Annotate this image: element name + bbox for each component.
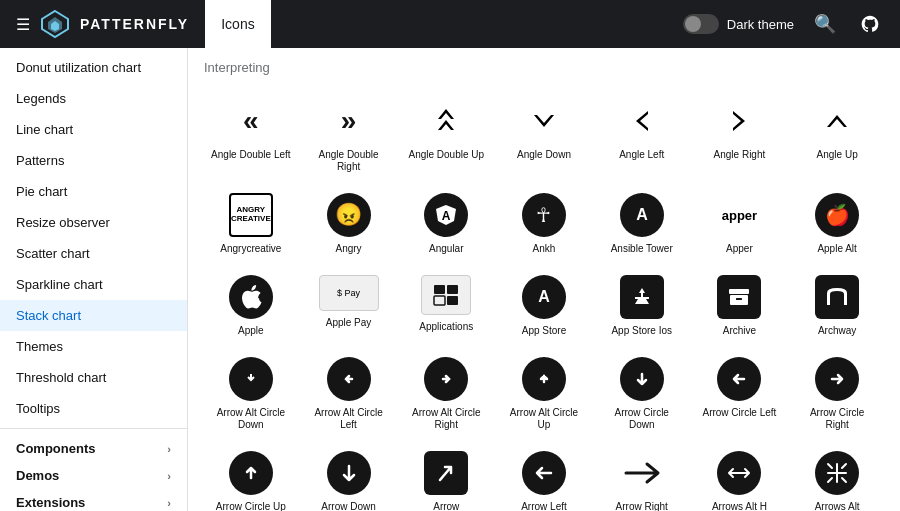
icon-angle-double-left[interactable]: « Angle Double Left bbox=[204, 91, 298, 181]
icon-apple[interactable]: Apple bbox=[204, 267, 298, 345]
chevron-right-icon: › bbox=[167, 470, 171, 482]
icon-archway[interactable]: Archway bbox=[790, 267, 884, 345]
icon-angle-left[interactable]: Angle Left bbox=[595, 91, 689, 181]
icon-arrow-alt-circle-left[interactable]: Arrow Alt Circle Left bbox=[302, 349, 396, 439]
icon-arrow-alt-circle-right[interactable]: Arrow Alt Circle Right bbox=[399, 349, 493, 439]
icon-apple-alt[interactable]: 🍎 Apple Alt bbox=[790, 185, 884, 263]
icon-ankh[interactable]: ☥ Ankh bbox=[497, 185, 591, 263]
sidebar-item-resize[interactable]: Resize observer bbox=[0, 207, 187, 238]
svg-text:A: A bbox=[538, 288, 550, 305]
toggle-track[interactable] bbox=[683, 14, 719, 34]
icon-arrow[interactable]: Arrow bbox=[399, 443, 493, 511]
icon-arrow-alt-circle-down[interactable]: Arrow Alt Circle Down bbox=[204, 349, 298, 439]
sidebar-item-scatter[interactable]: Scatter chart bbox=[0, 238, 187, 269]
sidebar: Donut utilization chart Legends Line cha… bbox=[0, 48, 188, 511]
sidebar-item-patterns[interactable]: Patterns bbox=[0, 145, 187, 176]
icon-arrow-down[interactable]: Arrow Down bbox=[302, 443, 396, 511]
icon-angular[interactable]: A Angular bbox=[399, 185, 493, 263]
sidebar-item-themes[interactable]: Themes bbox=[0, 331, 187, 362]
toggle-thumb bbox=[685, 16, 701, 32]
icon-angrycreative[interactable]: ANGRYCREATIVE Angrycreative bbox=[204, 185, 298, 263]
svg-rect-11 bbox=[729, 289, 749, 294]
icon-arrow-circle-right[interactable]: Arrow Circle Right bbox=[790, 349, 884, 439]
icon-arrow-alt-circle-up[interactable]: Arrow Alt Circle Up bbox=[497, 349, 591, 439]
dark-theme-toggle[interactable]: Dark theme bbox=[683, 14, 794, 34]
icon-angle-up[interactable]: Angle Up bbox=[790, 91, 884, 181]
sidebar-item-donut[interactable]: Donut utilization chart bbox=[0, 52, 187, 83]
icon-angry[interactable]: 😠 Angry bbox=[302, 185, 396, 263]
icon-arrow-left[interactable]: Arrow Left bbox=[497, 443, 591, 511]
sidebar-item-stack[interactable]: Stack chart bbox=[0, 300, 187, 331]
icon-arrows-alt-h[interactable]: Arrows Alt H bbox=[693, 443, 787, 511]
icon-apper[interactable]: apper Apper bbox=[693, 185, 787, 263]
header: ☰ PATTERNFLY Icons Dark theme 🔍 bbox=[0, 0, 900, 48]
icon-arrows-alt[interactable]: Arrows Alt bbox=[790, 443, 884, 511]
svg-rect-9 bbox=[447, 296, 458, 305]
sidebar-item-tooltips[interactable]: Tooltips bbox=[0, 393, 187, 424]
svg-rect-7 bbox=[447, 285, 458, 294]
icon-ansible-tower[interactable]: A Ansible Tower bbox=[595, 185, 689, 263]
sidebar-item-sparkline[interactable]: Sparkline chart bbox=[0, 269, 187, 300]
chevron-right-icon: › bbox=[167, 497, 171, 509]
icons-tab[interactable]: Icons bbox=[205, 0, 270, 48]
sidebar-item-line[interactable]: Line chart bbox=[0, 114, 187, 145]
icon-arrow-right[interactable]: Arrow Right bbox=[595, 443, 689, 511]
patternfly-logo-icon bbox=[40, 9, 70, 39]
content-subtitle: Interpreting bbox=[204, 60, 884, 75]
icon-arrow-circle-up[interactable]: Arrow Circle Up bbox=[204, 443, 298, 511]
sidebar-section-components[interactable]: Components › bbox=[0, 433, 187, 460]
github-icon[interactable] bbox=[856, 14, 884, 34]
main-layout: Donut utilization chart Legends Line cha… bbox=[0, 48, 900, 511]
icon-app-store-ios[interactable]: App Store Ios bbox=[595, 267, 689, 345]
dark-theme-label: Dark theme bbox=[727, 17, 794, 32]
hamburger-icon[interactable]: ☰ bbox=[16, 15, 30, 34]
svg-text:A: A bbox=[636, 206, 648, 223]
svg-rect-8 bbox=[434, 296, 445, 305]
icon-angle-double-right[interactable]: » Angle Double Right bbox=[302, 91, 396, 181]
chevron-right-icon: › bbox=[167, 443, 171, 455]
search-icon[interactable]: 🔍 bbox=[810, 13, 840, 35]
icon-angle-down[interactable]: Angle Down bbox=[497, 91, 591, 181]
icon-angle-right[interactable]: Angle Right bbox=[693, 91, 787, 181]
icon-applications[interactable]: Applications bbox=[399, 267, 493, 345]
icon-arrow-circle-down[interactable]: Arrow Circle Down bbox=[595, 349, 689, 439]
sidebar-item-legends[interactable]: Legends bbox=[0, 83, 187, 114]
logo-text: PATTERNFLY bbox=[80, 16, 189, 32]
sidebar-item-pie[interactable]: Pie chart bbox=[0, 176, 187, 207]
icon-archive[interactable]: Archive bbox=[693, 267, 787, 345]
icons-grid: « Angle Double Left » Angle Double Right… bbox=[204, 91, 884, 511]
svg-text:A: A bbox=[442, 209, 451, 223]
icon-app-store[interactable]: A App Store bbox=[497, 267, 591, 345]
sidebar-section-extensions[interactable]: Extensions › bbox=[0, 487, 187, 511]
sidebar-divider-1 bbox=[0, 428, 187, 429]
sidebar-section-demos[interactable]: Demos › bbox=[0, 460, 187, 487]
svg-rect-6 bbox=[434, 285, 445, 294]
svg-rect-13 bbox=[736, 298, 742, 300]
sidebar-item-threshold[interactable]: Threshold chart bbox=[0, 362, 187, 393]
icon-arrow-circle-left[interactable]: Arrow Circle Left bbox=[693, 349, 787, 439]
icon-angle-double-up[interactable]: Angle Double Up bbox=[399, 91, 493, 181]
content-area: Interpreting « Angle Double Left » Angle… bbox=[188, 48, 900, 511]
icon-apple-pay[interactable]: $ Pay Apple Pay bbox=[302, 267, 396, 345]
logo-area: ☰ PATTERNFLY bbox=[16, 9, 189, 39]
